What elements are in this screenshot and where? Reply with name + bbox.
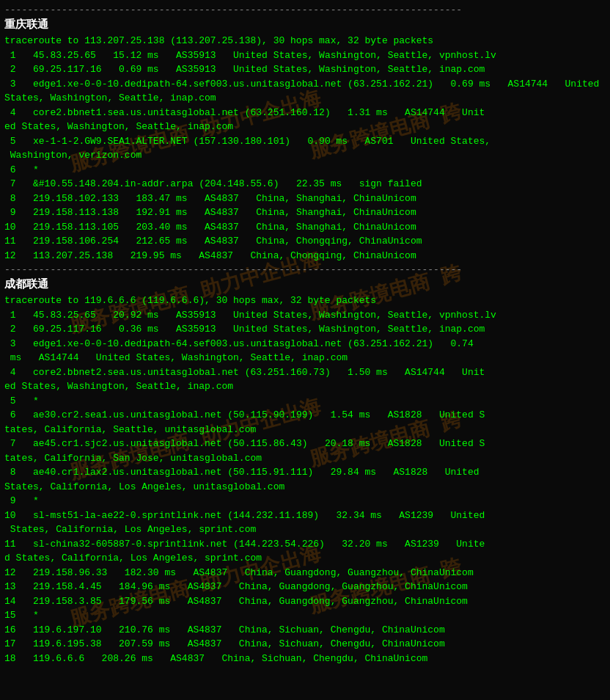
section1-line-5: 5 xe-1-1-2.GW9.SEA1.ALTER.NET (157.130.1… bbox=[4, 134, 606, 163]
section1-line-4: 4 core2.bbnet1.sea.us.unitasglobal.net (… bbox=[4, 106, 606, 134]
section1-line-1: 1 45.83.25.65 15.12 ms AS35913 United St… bbox=[4, 48, 606, 63]
section1-line-9: 9 219.158.113.138 192.91 ms AS4837 China… bbox=[4, 205, 606, 220]
section2-line-2: 2 69.25.117.16 0.36 ms AS35913 United St… bbox=[4, 322, 606, 337]
section1: 重庆联通 traceroute to 113.207.25.138 (113.2… bbox=[4, 18, 606, 263]
section2-line-6: 6 ae30.cr2.sea1.us.unitasglobal.net (50.… bbox=[4, 408, 606, 437]
section1-line-8: 8 219.158.102.133 183.47 ms AS4837 China… bbox=[4, 192, 606, 206]
mid-separator: ----------------------------------------… bbox=[4, 263, 606, 277]
section2-line-7: 7 ae45.cr1.sjc2.us.unitasglobal.net (50.… bbox=[4, 437, 606, 465]
section2-line-3: 3 edge1.xe-0-0-10.dedipath-64.sef003.us.… bbox=[4, 337, 606, 365]
section2-line-12: 12 219.158.96.33 182.30 ms AS4837 China,… bbox=[4, 566, 606, 580]
section2: 成都联通 traceroute to 119.6.6.6 (119.6.6.6)… bbox=[4, 277, 606, 666]
section2-line-13: 13 219.158.4.45 184.96 ms AS4837 China, … bbox=[4, 580, 606, 594]
section1-line-6: 6 * bbox=[4, 163, 606, 178]
section2-line-4: 4 core2.bbnet2.sea.us.unitasglobal.net (… bbox=[4, 365, 606, 394]
section1-line-10: 10 219.158.113.105 203.40 ms AS4837 Chin… bbox=[4, 220, 606, 235]
section1-line-11: 11 219.158.106.254 212.65 ms AS4837 Chin… bbox=[4, 234, 606, 249]
section2-line-16: 16 119.6.197.10 210.76 ms AS4837 China, … bbox=[4, 623, 606, 638]
section2-line-18: 18 119.6.6.6 208.26 ms AS4837 China, Sic… bbox=[4, 652, 606, 666]
section2-line-11: 11 sl-china32-605887-0.sprintlink.net (1… bbox=[4, 537, 606, 566]
section1-line-3: 3 edge1.xe-0-0-10.dedipath-64.sef003.us.… bbox=[4, 77, 606, 106]
section1-line-7: 7 &#10.55.148.204.in-addr.arpa (204.148.… bbox=[4, 177, 606, 192]
section2-line-1: 1 45.83.25.65 20.92 ms AS35913 United St… bbox=[4, 308, 606, 323]
section1-title: 重庆联通 bbox=[4, 18, 606, 34]
section2-title: 成都联通 bbox=[4, 277, 606, 294]
section2-line-9: 9 * bbox=[4, 494, 606, 508]
section2-line-17: 17 119.6.195.38 207.59 ms AS4837 China, … bbox=[4, 637, 606, 652]
section2-line-14: 14 219.158.3.85 179.56 ms AS4837 China, … bbox=[4, 594, 606, 609]
section2-line-5: 5 * bbox=[4, 394, 606, 409]
section1-header: traceroute to 113.207.25.138 (113.207.25… bbox=[4, 34, 606, 48]
section2-header: traceroute to 119.6.6.6 (119.6.6.6), 30 … bbox=[4, 294, 606, 308]
section1-line-2: 2 69.25.117.16 0.69 ms AS35913 United St… bbox=[4, 62, 606, 77]
section2-line-10: 10 sl-mst51-la-ae22-0.sprintlink.net (14… bbox=[4, 508, 606, 537]
section1-line-12: 12 113.207.25.138 219.95 ms AS4837 China… bbox=[4, 249, 606, 263]
top-separator: ----------------------------------------… bbox=[4, 3, 606, 18]
section2-line-8: 8 ae40.cr1.lax2.us.unitasglobal.net (50.… bbox=[4, 465, 606, 494]
section2-line-15: 15 * bbox=[4, 608, 606, 623]
terminal-output: ----------------------------------------… bbox=[0, 0, 610, 668]
